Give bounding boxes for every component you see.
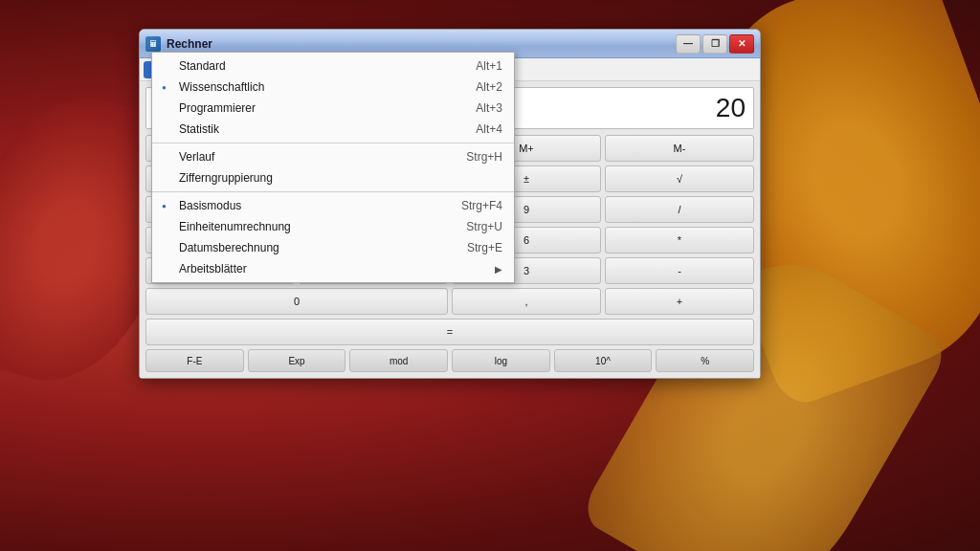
datumsberechnung-label: Datumsberechnung	[179, 241, 279, 254]
memory-subtract-button[interactable]: M-	[605, 135, 754, 162]
basismodus-bullet: ●	[162, 202, 167, 210]
btn-pct[interactable]: %	[656, 349, 754, 372]
btn-multiply[interactable]: *	[605, 227, 754, 253]
btn-fe[interactable]: F-E	[145, 349, 244, 372]
separator-1	[152, 143, 514, 143]
zifferngruppierung-label: Zifferngruppierung	[179, 171, 273, 185]
arbeitsblaetter-label: Arbeitsblätter	[179, 262, 247, 276]
datumsberechnung-shortcut: Strg+E	[467, 241, 502, 254]
verlauf-shortcut: Strg+H	[466, 150, 502, 164]
btn-subtract[interactable]: -	[605, 257, 754, 284]
btn-equals[interactable]: =	[145, 319, 754, 345]
wissenschaftlich-bullet: ●	[162, 83, 167, 92]
menu-einheitenumrechnung[interactable]: Einheitenumrechnung Strg+U	[152, 216, 514, 237]
einheitenumrechnung-shortcut: Strg+U	[466, 220, 502, 233]
close-button[interactable]: ✕	[729, 34, 754, 54]
app-icon: 🖩	[145, 36, 161, 52]
menu-standard[interactable]: Standard Alt+1	[152, 55, 514, 77]
ansicht-dropdown: Standard Alt+1 ● Wissenschaftlich Alt+2 …	[151, 52, 515, 283]
bottom-button-row: F-E Exp mod log 10^ %	[145, 349, 754, 372]
sqrt-button[interactable]: √	[605, 165, 754, 192]
menu-zifferngruppierung[interactable]: Zifferngruppierung	[152, 167, 514, 188]
maximize-button[interactable]: ❐	[702, 34, 727, 54]
display-value: 20	[716, 93, 746, 123]
statistik-shortcut: Alt+4	[476, 122, 502, 136]
standard-label: Standard	[179, 59, 226, 73]
wissenschaftlich-shortcut: Alt+2	[476, 80, 502, 94]
separator-2	[152, 191, 514, 192]
menu-basismodus[interactable]: ● Basismodus Strg+F4	[152, 195, 514, 216]
btn-10x[interactable]: 10^	[554, 349, 653, 372]
standard-shortcut: Alt+1	[476, 59, 502, 73]
btn-divide[interactable]: /	[605, 196, 754, 223]
verlauf-label: Verlauf	[179, 150, 214, 164]
btn-decimal[interactable]: ,	[452, 288, 601, 315]
window-title: Rechner	[167, 37, 676, 51]
btn-log[interactable]: log	[452, 349, 550, 372]
menu-programmierer[interactable]: Programmierer Alt+3	[152, 98, 514, 119]
menu-statistik[interactable]: Statistik Alt+4	[152, 119, 514, 140]
window-controls: — ❐ ✕	[676, 34, 754, 54]
basismodus-label: Basismodus	[179, 199, 241, 212]
wissenschaftlich-label: Wissenschaftlich	[179, 80, 264, 94]
arbeitsblaetter-arrow: ▶	[495, 264, 502, 275]
programmierer-label: Programmierer	[179, 101, 256, 115]
btn-mod[interactable]: mod	[349, 349, 448, 372]
btn-add[interactable]: +	[605, 288, 754, 315]
statistik-label: Statistik	[179, 122, 219, 136]
menu-verlauf[interactable]: Verlauf Strg+H	[152, 146, 514, 167]
menu-wissenschaftlich[interactable]: ● Wissenschaftlich Alt+2	[152, 77, 514, 98]
programmierer-shortcut: Alt+3	[476, 101, 502, 115]
menu-arbeitsblaetter[interactable]: Arbeitsblätter ▶	[152, 258, 514, 279]
btn-0[interactable]: 0	[145, 288, 448, 315]
btn-exp[interactable]: Exp	[248, 349, 346, 372]
equals-row: =	[145, 319, 754, 345]
einheitenumrechnung-label: Einheitenumrechnung	[179, 220, 291, 233]
minimize-button[interactable]: —	[676, 34, 701, 54]
basismodus-shortcut: Strg+F4	[461, 199, 502, 212]
menu-datumsberechnung[interactable]: Datumsberechnung Strg+E	[152, 237, 514, 258]
